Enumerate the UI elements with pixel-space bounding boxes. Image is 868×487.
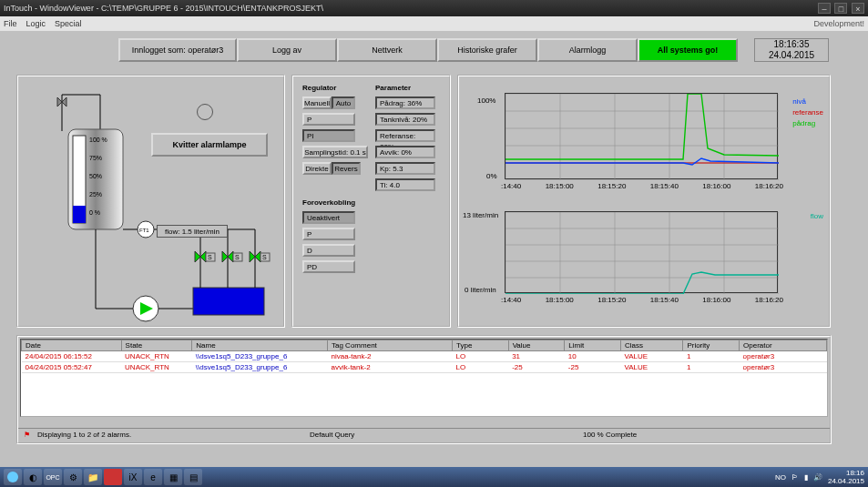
ff-d-button[interactable]: D xyxy=(302,244,355,257)
alarm-col-3[interactable]: Tag Comment xyxy=(328,340,453,351)
logoff-button[interactable]: Logg av xyxy=(237,38,337,62)
alarm-query: Default Query xyxy=(310,431,354,439)
menu-logic[interactable]: Logic xyxy=(26,19,46,28)
reg-header: Regulator xyxy=(302,84,336,92)
menu-file[interactable]: File xyxy=(4,19,17,28)
alarm-col-7[interactable]: Class xyxy=(620,340,682,351)
y2-top: 13 liter/min xyxy=(463,211,498,219)
referanse-value: Referanse: 20% xyxy=(375,129,435,142)
ie-icon[interactable]: e xyxy=(144,469,162,485)
chrome-icon[interactable]: ◐ xyxy=(24,469,42,485)
sampling-button[interactable]: Samplingstid: 0.1 s xyxy=(302,146,368,158)
window-controls: – □ × xyxy=(816,3,864,14)
network-button[interactable]: Nettverk xyxy=(337,38,437,62)
app-icon-1[interactable]: ⚙ xyxy=(64,469,82,485)
legend-1: nivå referanse pådrag xyxy=(792,96,823,129)
top-toolbar: Innlogget som: operatør3 Logg av Nettver… xyxy=(118,38,850,62)
alarm-col-0[interactable]: Date xyxy=(22,340,122,351)
hist-graphs-button[interactable]: Historiske grafer xyxy=(437,38,537,62)
param-header: Parameter xyxy=(375,84,411,92)
alarm-col-6[interactable]: Limit xyxy=(565,340,621,351)
svg-text:100 %: 100 % xyxy=(89,137,107,143)
window-title: InTouch - WindowViewer - C:\TEMP\GRUPPE … xyxy=(4,4,323,13)
tray-net-icon[interactable]: ▮ xyxy=(804,473,808,482)
alarm-col-8[interactable]: Priority xyxy=(683,340,740,351)
alarm-col-4[interactable]: Type xyxy=(452,340,508,351)
legend-nivaa: nivå xyxy=(792,96,823,107)
alarm-count: Displaying 1 to 2 of 2 alarms. xyxy=(37,431,131,439)
table-row[interactable]: 24/04/2015 06:15:52UNACK_RTN\\dsve1sq5_D… xyxy=(22,351,827,362)
app-icon-3[interactable]: iX xyxy=(124,469,142,485)
ff-p-button[interactable]: P xyxy=(302,228,355,240)
window-titlebar: InTouch - WindowViewer - C:\TEMP\GRUPPE … xyxy=(0,0,868,16)
alarm-col-1[interactable]: State xyxy=(121,340,192,351)
kp-value[interactable]: Kp: 5.3 xyxy=(375,162,435,175)
tray-vol-icon[interactable]: 🔊 xyxy=(813,473,822,482)
p-button[interactable]: P xyxy=(302,113,355,126)
table-row[interactable]: 04/24/2015 05:52:47UNACK_RTN\\dsve1sq5_D… xyxy=(22,362,827,373)
manual-button[interactable]: Manuell xyxy=(302,96,332,109)
dev-label: Development! xyxy=(813,19,864,28)
svg-text:50%: 50% xyxy=(89,173,102,179)
svg-text:S: S xyxy=(208,254,212,260)
svg-text:25%: 25% xyxy=(89,191,102,198)
tray-time: 18:16 xyxy=(828,469,864,477)
alarm-table: DateStateNameTag CommentTypeValueLimitCl… xyxy=(21,340,827,373)
ff-ua-button[interactable]: Ueaktivert xyxy=(302,211,355,224)
alarm-complete: 100 % Complete xyxy=(583,431,637,439)
revers-button[interactable]: Revers xyxy=(332,162,361,175)
alarm-col-9[interactable]: Operator xyxy=(740,340,827,351)
alarm-flag-icon: ⚑ xyxy=(24,431,30,439)
padrag-value: Pådrag: 36% xyxy=(375,96,435,109)
alarm-footer: ⚑ Displaying 1 to 2 of 2 alarms. Default… xyxy=(18,428,830,441)
tray-flag-icon[interactable]: 🏳 xyxy=(791,473,799,482)
app-icon-5[interactable]: ▤ xyxy=(184,469,202,485)
app-icon-2[interactable] xyxy=(104,469,122,485)
svg-rect-16 xyxy=(193,288,264,315)
chart-2 xyxy=(505,211,778,293)
legend-flow: flow xyxy=(811,211,823,222)
scada-canvas: Innlogget som: operatør3 Logg av Nettver… xyxy=(0,31,868,467)
alarmlog-button[interactable]: Alarmlogg xyxy=(537,38,638,62)
process-panel: 100 % 75% 50% 25% 0 % FT1 xyxy=(16,75,285,328)
menu-special[interactable]: Special xyxy=(55,19,82,28)
legend-ref: referanse xyxy=(792,107,823,118)
alarm-col-5[interactable]: Value xyxy=(508,340,565,351)
regulator-panel: Regulator Parameter ManuellAuto P PI Sam… xyxy=(291,75,451,328)
trend-panel: 100% 0% nivå referanse pådrag :14: xyxy=(457,75,831,328)
opc-icon[interactable]: OPC xyxy=(44,469,62,485)
tray-date: 24.04.2015 xyxy=(828,477,864,485)
login-status: Innlogget som: operatør3 xyxy=(118,38,237,62)
y1-100: 100% xyxy=(477,96,495,105)
close-icon[interactable]: × xyxy=(852,3,864,14)
svg-text:75%: 75% xyxy=(89,155,102,161)
svg-text:S: S xyxy=(235,254,240,260)
alarm-panel: DateStateNameTag CommentTypeValueLimitCl… xyxy=(16,335,832,444)
explorer-icon[interactable]: 📁 xyxy=(84,469,102,485)
ff-pd-button[interactable]: PD xyxy=(302,260,355,273)
svg-point-60 xyxy=(7,472,18,482)
ff-header: Foroverkobling xyxy=(302,198,355,207)
alarm-col-2[interactable]: Name xyxy=(192,340,328,351)
process-svg: 100 % 75% 50% 25% 0 % FT1 xyxy=(18,76,287,330)
svg-text:0 %: 0 % xyxy=(89,209,100,216)
start-icon[interactable] xyxy=(4,469,22,485)
tray-lang[interactable]: NO xyxy=(775,473,786,482)
avvik-value: Avvik: 0% xyxy=(375,146,435,158)
auto-button[interactable]: Auto xyxy=(332,96,355,109)
maximize-icon[interactable]: □ xyxy=(834,3,847,14)
ti-value[interactable]: Ti: 4.0 xyxy=(375,178,435,191)
chart-1 xyxy=(505,93,778,179)
y2-bot: 0 liter/min xyxy=(465,286,496,294)
minimize-icon[interactable]: – xyxy=(818,3,831,14)
ack-alarm-button[interactable]: Kvitter alarmlampe xyxy=(151,133,268,157)
alarm-lamp-icon xyxy=(197,104,213,120)
app-icon-4[interactable]: ▦ xyxy=(164,469,182,485)
direkte-button[interactable]: Direkte xyxy=(302,162,332,175)
system-status: All systems go! xyxy=(638,38,738,62)
xticks-1: :14:4018:15:0018:15:2018:15:4018:16:0018… xyxy=(501,182,783,190)
taskbar: ◐ OPC ⚙ 📁 iX e ▦ ▤ NO 🏳 ▮ 🔊 18:16 24.04.… xyxy=(0,467,868,487)
menubar: File Logic Special Development! xyxy=(0,16,868,31)
pi-button[interactable]: PI xyxy=(302,129,355,142)
flow-readout: flow: 1.5 liter/min xyxy=(157,225,228,238)
